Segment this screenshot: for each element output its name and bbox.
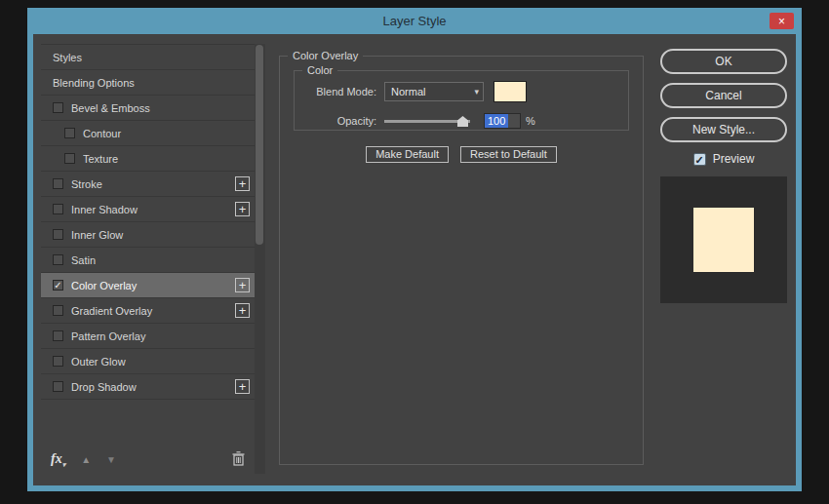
add-instance-button[interactable]: + xyxy=(235,278,250,292)
style-item-styles[interactable]: Styles xyxy=(41,45,255,70)
blend-mode-select[interactable]: Normal ▾ xyxy=(384,82,484,101)
style-item-label: Bevel & Emboss xyxy=(71,102,251,114)
action-column: OK Cancel New Style... ✓ Preview xyxy=(660,34,787,485)
arrow-up-icon: ▲ xyxy=(81,454,91,465)
add-instance-button[interactable]: + xyxy=(235,202,250,216)
opacity-value: 100 xyxy=(485,114,508,128)
add-effect-button[interactable]: fx▾ xyxy=(51,451,65,469)
add-instance-button[interactable]: + xyxy=(235,176,250,191)
scrollbar-thumb[interactable] xyxy=(256,45,263,245)
style-item-stroke[interactable]: Stroke+ xyxy=(41,172,255,197)
dialog-body: StylesBlending OptionsBevel & EmbossCont… xyxy=(33,34,796,485)
chevron-down-icon: ▾ xyxy=(474,87,479,97)
blend-mode-row: Blend Mode: Normal ▾ xyxy=(295,81,628,102)
add-instance-button[interactable]: + xyxy=(235,379,250,394)
blend-mode-label: Blend Mode: xyxy=(295,86,376,97)
group-title: Color Overlay xyxy=(288,50,363,61)
cancel-button[interactable]: Cancel xyxy=(660,83,787,108)
styles-panel-footer: fx▾ ▲ ▼ xyxy=(41,446,255,474)
photoshop-canvas: Layer Style × StylesBlending OptionsBeve… xyxy=(0,0,829,504)
styles-scrollbar[interactable] xyxy=(255,44,265,474)
color-subgroup: Color Blend Mode: Normal ▾ Opacity: xyxy=(294,70,629,131)
move-effect-down-button[interactable]: ▼ xyxy=(106,455,116,465)
checkbox-checked[interactable]: ✓ xyxy=(53,280,63,291)
style-item-label: Inner Shadow xyxy=(71,204,251,215)
style-item-label: Drop Shadow xyxy=(71,381,251,393)
subgroup-title: Color xyxy=(302,64,337,76)
style-item-label: Outer Glow xyxy=(71,356,251,368)
style-item-texture[interactable]: Texture xyxy=(41,146,255,172)
preview-checkbox[interactable]: ✓ xyxy=(693,153,706,166)
style-item-contour[interactable]: Contour xyxy=(41,121,255,146)
blend-mode-value: Normal xyxy=(391,86,425,97)
checkbox-unchecked[interactable] xyxy=(53,254,63,265)
style-item-label: Inner Glow xyxy=(71,229,251,241)
opacity-slider-handle[interactable] xyxy=(457,116,468,127)
add-instance-button[interactable]: + xyxy=(235,303,250,318)
preview-option: ✓ Preview xyxy=(660,151,787,167)
defaults-button-row: Make Default Reset to Default xyxy=(280,146,643,163)
style-item-satin[interactable]: Satin xyxy=(41,248,255,273)
preview-layer-square xyxy=(693,208,754,272)
style-item-inner-glow[interactable]: Inner Glow xyxy=(41,222,255,248)
reset-to-default-button[interactable]: Reset to Default xyxy=(460,146,557,163)
chevron-down-icon: ▾ xyxy=(62,461,66,469)
style-item-label: Satin xyxy=(71,254,251,266)
close-icon: × xyxy=(778,16,785,27)
dialog-title: Layer Style xyxy=(382,14,446,28)
ok-button[interactable]: OK xyxy=(660,49,787,74)
style-item-color-overlay[interactable]: ✓Color Overlay+ xyxy=(41,273,255,298)
checkbox-unchecked[interactable] xyxy=(64,153,75,164)
arrow-down-icon: ▼ xyxy=(106,454,116,465)
style-item-label: Gradient Overlay xyxy=(71,305,251,317)
opacity-label: Opacity: xyxy=(295,115,376,127)
opacity-row: Opacity: 100 % xyxy=(295,110,628,132)
opacity-unit: % xyxy=(526,115,535,127)
style-item-inner-shadow[interactable]: Inner Shadow+ xyxy=(41,197,255,222)
style-item-gradient-overlay[interactable]: Gradient Overlay+ xyxy=(41,298,255,324)
checkbox-unchecked[interactable] xyxy=(53,178,63,189)
checkbox-unchecked[interactable] xyxy=(53,356,63,367)
checkbox-unchecked[interactable] xyxy=(53,305,63,316)
color-overlay-group: Color Overlay Color Blend Mode: Normal ▾… xyxy=(279,56,644,465)
layer-preview-thumbnail xyxy=(660,176,787,303)
style-item-label: Contour xyxy=(83,128,251,139)
opacity-slider-track[interactable] xyxy=(384,120,470,123)
style-item-outer-glow[interactable]: Outer Glow xyxy=(41,349,255,374)
move-effect-up-button[interactable]: ▲ xyxy=(81,455,91,465)
checkbox-unchecked[interactable] xyxy=(53,204,63,214)
style-item-label: Color Overlay xyxy=(71,280,251,291)
checkbox-unchecked[interactable] xyxy=(53,330,63,341)
style-item-bevel-emboss[interactable]: Bevel & Emboss xyxy=(41,96,255,121)
style-item-blending-options[interactable]: Blending Options xyxy=(41,70,255,96)
style-item-label: Stroke xyxy=(71,178,251,190)
style-item-label: Blending Options xyxy=(53,77,251,89)
checkbox-unchecked[interactable] xyxy=(64,128,75,138)
trash-icon xyxy=(232,451,245,466)
checkmark-icon: ✓ xyxy=(695,154,704,166)
layer-style-dialog: Layer Style × StylesBlending OptionsBeve… xyxy=(27,8,802,491)
style-item-label: Texture xyxy=(83,153,251,165)
checkbox-unchecked[interactable] xyxy=(53,102,63,113)
make-default-button[interactable]: Make Default xyxy=(366,146,449,163)
new-style-button[interactable]: New Style... xyxy=(660,117,787,142)
close-button[interactable]: × xyxy=(770,13,794,29)
styles-list: StylesBlending OptionsBevel & EmbossCont… xyxy=(41,44,255,400)
checkbox-unchecked[interactable] xyxy=(53,229,63,240)
opacity-input[interactable]: 100 xyxy=(484,113,521,129)
checkbox-unchecked[interactable] xyxy=(53,381,63,392)
style-item-drop-shadow[interactable]: Drop Shadow+ xyxy=(41,374,255,400)
delete-effect-button[interactable] xyxy=(232,451,245,470)
overlay-color-swatch[interactable] xyxy=(493,81,527,102)
style-item-label: Pattern Overlay xyxy=(71,330,251,342)
styles-panel: StylesBlending OptionsBevel & EmbossCont… xyxy=(41,44,265,474)
opacity-slider[interactable] xyxy=(384,110,470,132)
style-item-label: Styles xyxy=(53,52,251,63)
preview-label: Preview xyxy=(713,152,755,166)
style-item-pattern-overlay[interactable]: Pattern Overlay xyxy=(41,324,255,349)
dialog-titlebar[interactable]: Layer Style × xyxy=(27,8,802,34)
